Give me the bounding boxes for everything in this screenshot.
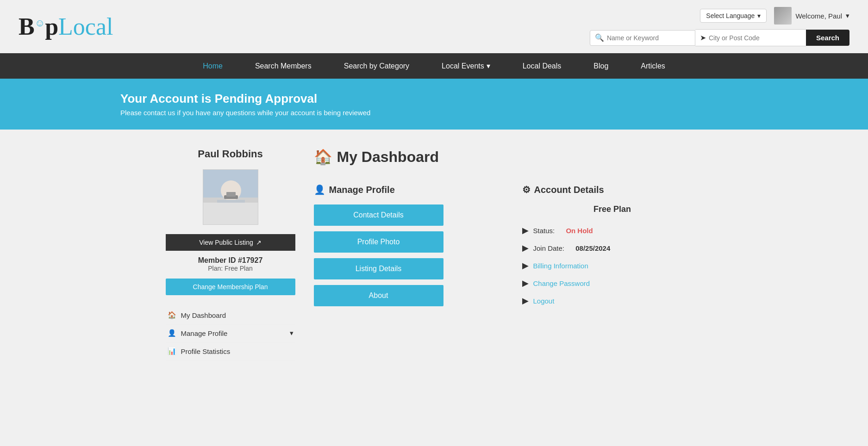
- logout-link[interactable]: Logout: [533, 297, 555, 305]
- location-icon: ➤: [700, 33, 706, 42]
- dashboard-title-text: My Dashboard: [337, 149, 439, 166]
- nav-item-local-events[interactable]: Local Events ▾: [425, 53, 506, 79]
- gear-icon: ⚙: [522, 184, 531, 195]
- dashboard-title: 🏠 My Dashboard: [314, 148, 703, 166]
- logo-local-text: Local: [58, 13, 113, 40]
- main-content: Paul Robbins View Public Listing ↗ Membe…: [156, 130, 712, 379]
- member-id: Member ID #17927: [166, 256, 295, 265]
- sidebar-item-dashboard-label: My Dashboard: [181, 311, 226, 319]
- dashboard: 🏠 My Dashboard 👤 Manage Profile Contact …: [314, 148, 703, 360]
- view-listing-label: View Public Listing: [199, 239, 253, 246]
- search-input[interactable]: [607, 31, 690, 45]
- listing-details-button[interactable]: Listing Details: [314, 258, 443, 279]
- account-details-title: ⚙ Account Details: [522, 184, 703, 195]
- avatar-image: [774, 7, 792, 25]
- join-date-value: 08/25/2024: [575, 244, 610, 252]
- sidebar-item-my-dashboard[interactable]: 🏠 My Dashboard: [166, 306, 295, 324]
- house-icon: 🏠: [168, 311, 176, 319]
- person-icon: 👤: [314, 184, 325, 195]
- status-value: On Hold: [566, 227, 593, 235]
- plan-name: Free Plan: [522, 204, 703, 214]
- sidebar-item-statistics-label: Profile Statistics: [181, 347, 231, 355]
- change-membership-plan-button[interactable]: Change Membership Plan: [166, 279, 295, 295]
- logo: B☺p Local: [19, 13, 113, 40]
- nav-item-local-deals[interactable]: Local Deals: [506, 54, 578, 79]
- svg-rect-5: [226, 192, 236, 197]
- header-right: Select Language ▾ Welcome, Paul ▾ 🔍 ➤ Se…: [590, 7, 849, 46]
- logo-bip-text: B☺p: [19, 13, 58, 40]
- account-list: ▶ Status: On Hold ▶ Join Date: 08/25/202…: [522, 222, 703, 310]
- plan-text: Plan: Free Plan: [166, 265, 295, 272]
- chart-icon: 📊: [168, 347, 176, 355]
- welcome-chevron-icon: ▾: [846, 12, 849, 20]
- welcome-text: Welcome, Paul: [795, 12, 842, 20]
- keyword-search-wrapper: 🔍: [590, 30, 695, 46]
- join-date-label: Join Date:: [533, 244, 565, 252]
- welcome-badge[interactable]: Welcome, Paul ▾: [774, 7, 849, 25]
- account-join-date-item: ▶ Join Date: 08/25/2024: [522, 239, 703, 257]
- nav-item-blog[interactable]: Blog: [577, 54, 624, 79]
- nav-item-search-members[interactable]: Search Members: [239, 54, 328, 79]
- account-logout-item[interactable]: ▶ Logout: [522, 292, 703, 310]
- location-search-wrapper: ➤: [695, 29, 806, 46]
- banner-title: Your Account is Pending Approval: [120, 92, 748, 106]
- search-icon: 🔍: [595, 33, 604, 42]
- nav-item-home[interactable]: Home: [187, 54, 239, 79]
- profile-photo-button[interactable]: Profile Photo: [314, 231, 443, 253]
- account-details-title-text: Account Details: [534, 185, 604, 195]
- account-billing-item[interactable]: ▶ Billing Information: [522, 257, 703, 274]
- profile-photo-svg: [203, 170, 258, 225]
- nav-item-articles[interactable]: Articles: [624, 54, 681, 79]
- main-nav: Home Search Members Search by Category L…: [0, 53, 868, 79]
- header-top-row: Select Language ▾ Welcome, Paul ▾: [700, 7, 849, 25]
- account-details-section: ⚙ Account Details Free Plan ▶ Status: On…: [522, 184, 703, 312]
- header: B☺p Local Select Language ▾ Welcome, Pau…: [0, 0, 868, 53]
- sidebar-avatar: [203, 169, 258, 225]
- manage-profile-section: 👤 Manage Profile Contact Details Profile…: [314, 184, 494, 312]
- lang-chevron-icon: ▾: [757, 12, 761, 19]
- dashboard-house-icon: 🏠: [314, 148, 332, 166]
- banner-subtitle: Please contact us if you have any questi…: [120, 109, 748, 117]
- billing-information-link[interactable]: Billing Information: [533, 262, 588, 270]
- svg-rect-3: [217, 200, 245, 216]
- lang-select-label: Select Language: [706, 12, 755, 19]
- dashboard-sections: 👤 Manage Profile Contact Details Profile…: [314, 184, 703, 312]
- account-change-password-item[interactable]: ▶ Change Password: [522, 274, 703, 292]
- bullet-icon: ▶: [522, 296, 529, 306]
- search-button[interactable]: Search: [806, 30, 849, 46]
- contact-details-button[interactable]: Contact Details: [314, 204, 443, 226]
- location-input[interactable]: [709, 34, 801, 42]
- change-password-link[interactable]: Change Password: [533, 279, 590, 287]
- sidebar-menu: 🏠 My Dashboard 👤 Manage Profile ▾ 📊 Prof…: [166, 306, 295, 360]
- nav-item-search-category[interactable]: Search by Category: [328, 54, 425, 79]
- sidebar-item-manage-profile-label: Manage Profile: [181, 329, 228, 337]
- bullet-icon: ▶: [522, 225, 529, 235]
- sidebar-item-profile-statistics[interactable]: 📊 Profile Statistics: [166, 342, 295, 360]
- search-bar: 🔍 ➤ Search: [590, 29, 849, 46]
- external-link-icon: ↗: [256, 239, 262, 246]
- status-label: Status:: [533, 227, 555, 235]
- pending-approval-banner: Your Account is Pending Approval Please …: [0, 79, 868, 130]
- view-public-listing-button[interactable]: View Public Listing ↗: [166, 234, 295, 251]
- manage-profile-title-text: Manage Profile: [329, 185, 395, 195]
- chevron-down-icon: ▾: [290, 329, 293, 337]
- bullet-icon: ▶: [522, 260, 529, 271]
- person-icon: 👤: [168, 329, 176, 337]
- language-selector[interactable]: Select Language ▾: [700, 9, 767, 23]
- manage-profile-title: 👤 Manage Profile: [314, 184, 494, 195]
- sidebar-item-manage-profile[interactable]: 👤 Manage Profile ▾: [166, 324, 295, 342]
- avatar: [774, 7, 792, 25]
- profile-photo-image: [203, 170, 258, 224]
- local-events-chevron-icon: ▾: [487, 62, 490, 70]
- bullet-icon: ▶: [522, 278, 529, 288]
- about-button[interactable]: About: [314, 285, 443, 306]
- bullet-icon: ▶: [522, 243, 529, 253]
- sidebar: Paul Robbins View Public Listing ↗ Membe…: [166, 148, 295, 360]
- sidebar-user-name: Paul Robbins: [166, 148, 295, 160]
- account-status-item: ▶ Status: On Hold: [522, 222, 703, 239]
